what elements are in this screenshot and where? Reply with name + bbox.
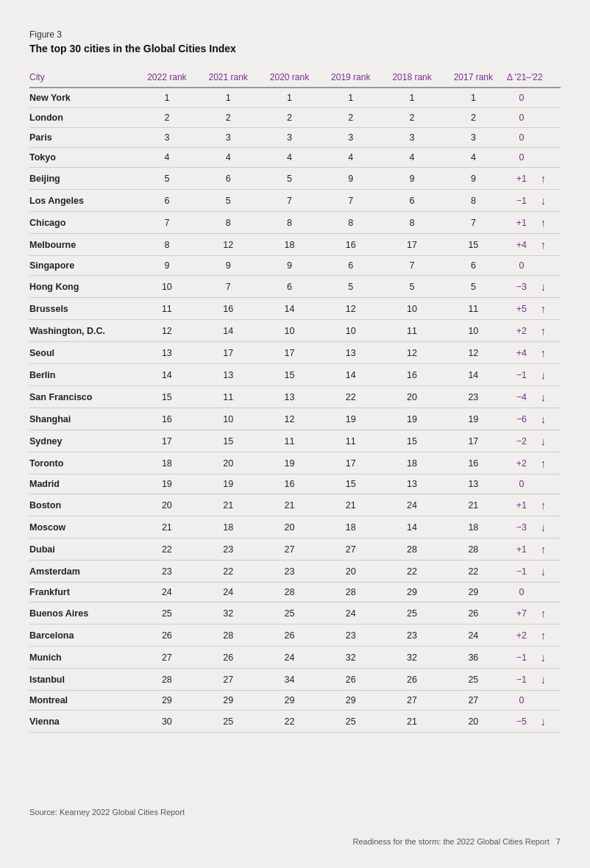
rank-cell: 11 [320,430,381,452]
rank-cell: 28 [381,538,442,561]
table-row: Los Angeles657768−1↓ [29,190,561,212]
table-row: Amsterdam232223202222−1↓ [29,561,561,583]
rank-cell: 12 [259,408,320,430]
arrow-cell [539,474,561,494]
rank-cell: 21 [136,516,197,538]
rank-cell: 10 [381,298,442,320]
table-row: Dubai222327272828+1↑ [29,538,561,561]
rank-cell: 27 [381,691,442,711]
rank-cell: 9 [381,168,442,190]
rank-cell: 16 [320,234,381,256]
rank-cell: 11 [443,298,504,320]
city-name: New York [29,88,136,108]
rank-cell: 7 [198,276,259,298]
rank-cell: 22 [381,561,442,583]
rank-cell: 26 [136,625,197,647]
city-name: Paris [29,128,136,148]
rank-cell: 18 [381,452,442,474]
col-header-2: 2021 rank [198,68,259,88]
rank-cell: 22 [443,561,504,583]
rank-cell: 1 [259,88,320,108]
table-row: Tokyo4444440 [29,148,561,168]
table-row: Washington, D.C.121410101110+2↑ [29,320,561,342]
rank-cell: 21 [259,494,320,516]
delta-cell: −3 [504,276,539,298]
rank-cell: 18 [443,516,504,538]
rank-cell: 24 [198,583,259,602]
up-arrow-icon: ↑ [541,543,547,555]
rank-cell: 11 [381,320,442,342]
rank-cell: 29 [136,691,197,711]
rank-cell: 26 [198,647,259,669]
up-arrow-icon: ↑ [541,629,547,641]
city-name: Frankfurt [29,583,136,602]
rank-cell: 8 [198,212,259,234]
col-header-3: 2020 rank [259,68,320,88]
delta-cell: +1 [504,494,539,516]
city-name: Berlin [29,364,136,386]
delta-cell: −1 [504,647,539,669]
table-row: Hong Kong1076555−3↓ [29,276,561,298]
city-name: Vienna [29,711,136,733]
rank-cell: 25 [320,711,381,733]
table-row: London2222220 [29,108,561,128]
rank-cell: 14 [136,364,197,386]
rank-cell: 16 [198,298,259,320]
rank-cell: 29 [259,691,320,711]
delta-cell: +4 [504,234,539,256]
rank-cell: 6 [381,190,442,212]
rank-cell: 6 [259,276,320,298]
col-header-4: 2019 rank [320,68,381,88]
delta-cell: +1 [504,212,539,234]
rank-cell: 1 [381,88,442,108]
rank-cell: 18 [320,516,381,538]
rank-cell: 29 [320,691,381,711]
table-row: Melbourne81218161715+4↑ [29,234,561,256]
rank-cell: 4 [136,148,197,168]
rank-cell: 19 [198,474,259,494]
rank-cell: 1 [198,88,259,108]
rank-cell: 23 [443,386,504,408]
down-arrow-icon: ↓ [541,280,547,293]
arrow-cell: ↓ [539,669,561,691]
delta-cell: 0 [504,474,539,494]
rank-cell: 25 [136,602,197,625]
delta-cell: −3 [504,516,539,538]
rank-cell: 2 [381,108,442,128]
rank-cell: 17 [198,342,259,364]
rank-cell: 32 [320,647,381,669]
rank-cell: 3 [259,128,320,148]
arrow-cell [539,583,561,602]
arrow-cell: ↓ [539,190,561,212]
rank-cell: 5 [259,168,320,190]
rank-cell: 32 [198,602,259,625]
rank-cell: 19 [443,408,504,430]
rank-cell: 24 [136,583,197,602]
rank-cell: 14 [320,364,381,386]
rank-cell: 3 [198,128,259,148]
rank-cell: 36 [443,647,504,669]
rank-cell: 25 [259,602,320,625]
arrow-cell [539,256,561,276]
rank-cell: 15 [443,234,504,256]
rank-cell: 20 [320,561,381,583]
rank-cell: 18 [198,516,259,538]
arrow-cell: ↑ [539,168,561,190]
rank-cell: 27 [259,538,320,561]
city-name: Washington, D.C. [29,320,136,342]
rank-cell: 16 [443,452,504,474]
rank-cell: 20 [259,516,320,538]
arrow-cell: ↑ [539,538,561,561]
arrow-cell: ↑ [539,320,561,342]
arrow-cell: ↑ [539,494,561,516]
rank-cell: 28 [198,625,259,647]
rank-cell: 8 [443,190,504,212]
delta-cell: −1 [504,190,539,212]
rank-cell: 22 [259,711,320,733]
table-row: Frankfurt2424282829290 [29,583,561,602]
rank-cell: 15 [136,386,197,408]
down-arrow-icon: ↓ [541,673,547,686]
rank-cell: 3 [443,128,504,148]
rank-cell: 2 [443,108,504,128]
rank-cell: 7 [320,190,381,212]
